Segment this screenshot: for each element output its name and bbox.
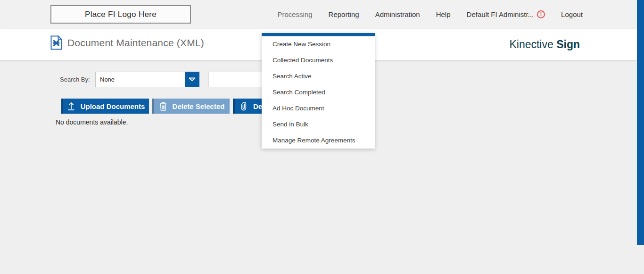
processing-dropdown-menu: Create New Session Collected Documents S… <box>262 33 375 149</box>
delete-selected-button[interactable]: Delete Selected <box>152 99 230 114</box>
nav-item-user[interactable]: Default FI Administr... ! <box>467 10 545 18</box>
brand-logo: Kinective Sign <box>509 38 580 51</box>
search-by-selected-value: None <box>100 76 115 83</box>
warning-circle-icon: ! <box>537 10 545 18</box>
search-by-label: Search By: <box>60 76 90 83</box>
menu-item-manage-remote-agreements[interactable]: Manage Remote Agreements <box>262 133 375 149</box>
delete-selected-label: Delete Selected <box>173 102 225 110</box>
scrollbar-thumb[interactable] <box>637 0 644 245</box>
nav-item-processing[interactable]: Processing <box>277 10 312 18</box>
top-bar: Place FI Logo Here Processing Reporting … <box>0 0 644 29</box>
nav-item-help[interactable]: Help <box>436 10 451 18</box>
brand-bold: Sign <box>556 38 580 50</box>
nav-item-administration[interactable]: Administration <box>375 10 420 18</box>
fi-logo-text: Place FI Logo Here <box>85 10 157 19</box>
brand-regular: Kinective <box>509 38 556 50</box>
trash-icon <box>159 102 167 111</box>
empty-state-message: No documents available. <box>56 118 128 126</box>
menu-accent-bar <box>262 33 375 36</box>
menu-item-create-new-session[interactable]: Create New Session <box>262 36 375 52</box>
chevron-down-icon <box>189 77 196 82</box>
menu-item-send-in-bulk[interactable]: Send in Bulk <box>262 116 375 133</box>
paperclip-icon <box>241 101 248 111</box>
nav-item-logout[interactable]: Logout <box>561 10 583 18</box>
nav-item-reporting[interactable]: Reporting <box>329 10 359 18</box>
select-dropdown-button[interactable] <box>185 72 199 87</box>
document-asterisk-icon <box>50 35 62 50</box>
upload-documents-label: Upload Documents <box>81 102 145 110</box>
user-name-label: Default FI Administr... <box>467 10 534 18</box>
main-nav: Processing Reporting Administration Help… <box>277 0 583 29</box>
menu-item-search-completed[interactable]: Search Completed <box>262 84 375 100</box>
page-title: Document Maintenance (XML) <box>67 37 204 49</box>
upload-documents-button[interactable]: Upload Documents <box>61 99 149 114</box>
app-root: Place FI Logo Here Processing Reporting … <box>0 0 644 274</box>
upload-arrow-icon <box>67 102 75 110</box>
menu-item-ad-hoc-document[interactable]: Ad Hoc Document <box>262 100 375 116</box>
menu-item-search-active[interactable]: Search Active <box>262 68 375 84</box>
menu-item-collected-documents[interactable]: Collected Documents <box>262 52 375 68</box>
page-title-wrap: Document Maintenance (XML) <box>50 35 204 50</box>
fi-logo-placeholder: Place FI Logo Here <box>50 5 191 24</box>
search-by-select[interactable]: None <box>95 72 199 87</box>
